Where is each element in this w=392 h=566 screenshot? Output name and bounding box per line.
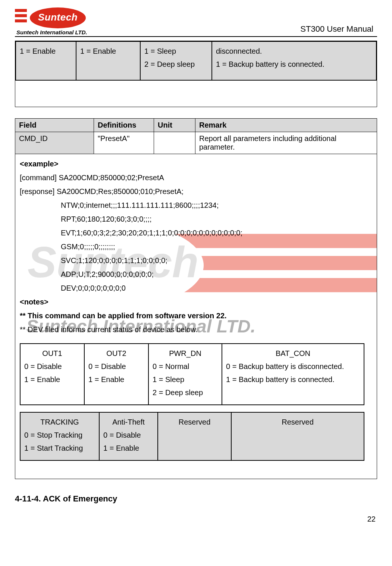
text: 1 = Backup battery is connected.: [216, 60, 324, 68]
title: Reserved: [235, 416, 360, 429]
col-remark: Remark: [195, 119, 377, 132]
title: BAT_CON: [226, 347, 360, 360]
example-response: [response] SA200CMD;Res;850000;010;Prese…: [20, 187, 184, 196]
example-cell: <example> [command] SA200CMD;850000;02;P…: [15, 154, 377, 479]
dev-status-grid-1: OUT1 0 = Disable 1 = Enable OUT2 0 = Dis…: [20, 343, 364, 405]
parameter-table: Field Definitions Unit Remark CMD_ID "Pr…: [15, 118, 377, 479]
document-title: ST300 User Manual: [300, 24, 377, 35]
resp-line: SVC;1;120;0;0;0;0;1;1;1;0;0;0;0;: [20, 254, 372, 268]
title: OUT2: [88, 347, 144, 360]
cell-unit: [154, 132, 195, 154]
resp-line: DEV;0;0;0;0;0;0;0;0: [20, 281, 372, 295]
stripes-icon: [15, 7, 27, 28]
col-unit: Unit: [154, 119, 195, 132]
col-field: Field: [15, 119, 94, 132]
cell-antitheft: Anti-Theft 0 = Disable 1 = Enable: [100, 413, 158, 460]
cell-tracking: TRACKING 0 = Stop Tracking 1 = Start Tra…: [21, 413, 100, 460]
title: OUT1: [24, 347, 80, 360]
text: 1 = Enable: [20, 47, 56, 55]
text: 2 = Deep sleep: [144, 60, 195, 68]
line: 1 = Enable: [24, 375, 60, 384]
cell-remark: Report all parameters including addition…: [195, 132, 377, 154]
resp-line: RPT;60;180;120;60;3;0;0;;;;: [20, 212, 372, 226]
line: 0 = Disable: [24, 362, 62, 370]
brand-logo: Suntech Suntech International LTD.: [15, 7, 87, 35]
cell-preseta: "PresetA": [94, 132, 154, 154]
title: Anti-Theft: [103, 416, 154, 429]
top-status-box: 1 = Enable 1 = Enable 1 = Sleep 2 = Deep…: [15, 41, 377, 107]
page-number: 22: [15, 515, 377, 523]
resp-line: EVT;1;60;0;3;2;2;30;20;20;1;1;1;0;0;0;0;…: [20, 226, 372, 240]
cell-reserved-2: Reserved: [232, 413, 364, 460]
col-definitions: Definitions: [94, 119, 154, 132]
line: 2 = Deep sleep: [153, 388, 203, 397]
status-cell-bat: disconnected. 1 = Backup battery is conn…: [212, 42, 376, 80]
title: TRACKING: [24, 416, 95, 429]
brand-subtitle: Suntech International LTD.: [16, 29, 87, 35]
text: 1 = Enable: [80, 47, 116, 55]
line: 0 = Normal: [153, 362, 189, 370]
text: 1 = Sleep: [144, 47, 176, 55]
cell-pwrdn: PWR_DN 0 = Normal 1 = Sleep 2 = Deep sle…: [149, 344, 222, 404]
cell-out1: OUT1 0 = Disable 1 = Enable: [21, 344, 85, 404]
text: disconnected.: [216, 47, 262, 55]
resp-line: NTW;0;internet;;;111.111.111.111;8600;;;…: [20, 198, 372, 212]
line: 1 = Backup battery is connected.: [226, 375, 335, 384]
title: Reserved: [162, 416, 227, 429]
dev-status-grid-2: TRACKING 0 = Stop Tracking 1 = Start Tra…: [20, 412, 364, 461]
section-heading: 4-11-4. ACK of Emergency: [15, 494, 377, 504]
line: 1 = Start Tracking: [24, 444, 83, 452]
status-cell-out1: 1 = Enable: [16, 42, 76, 80]
line: 0 = Stop Tracking: [24, 431, 82, 439]
svg-rect-8: [15, 19, 27, 22]
svg-rect-6: [15, 9, 27, 12]
note-2: ** DEV filed informs current status of d…: [20, 325, 198, 334]
notes-title: <notes>: [20, 298, 48, 306]
line: 0 = Disable: [103, 431, 141, 439]
svg-rect-7: [15, 14, 27, 17]
line: 1 = Enable: [88, 375, 124, 384]
note-1: ** This command can be applied from soft…: [20, 312, 227, 320]
status-cell-out2: 1 = Enable: [76, 42, 141, 80]
cell-reserved-1: Reserved: [158, 413, 232, 460]
example-title: <example>: [20, 160, 58, 168]
cell-out2: OUT2 0 = Disable 1 = Enable: [85, 344, 149, 404]
title: PWR_DN: [153, 347, 218, 360]
example-command: [command] SA200CMD;850000;02;PresetA: [20, 173, 164, 182]
cell-batcon: BAT_CON 0 = Backup battery is disconnect…: [222, 344, 364, 404]
line: 0 = Backup battery is disconnected.: [226, 360, 360, 373]
resp-line: GSM;0;;;;;0;;;;;;;;: [20, 240, 372, 254]
line: 1 = Sleep: [153, 375, 184, 384]
resp-line: ADP;U;T;2;9000;0;0;0;0;0;0;: [20, 268, 372, 281]
status-cell-pwr: 1 = Sleep 2 = Deep sleep: [141, 42, 212, 80]
line: 0 = Disable: [88, 362, 126, 370]
line: 1 = Enable: [103, 444, 139, 452]
cell-cmd-id: CMD_ID: [15, 132, 94, 154]
brand-name: Suntech: [30, 12, 86, 23]
page-header: Suntech Suntech International LTD. ST300…: [15, 7, 377, 37]
